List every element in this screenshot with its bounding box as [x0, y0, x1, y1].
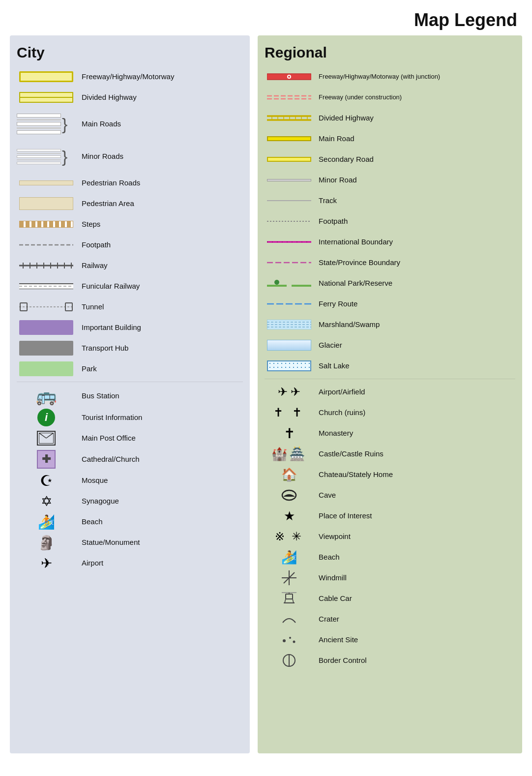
item-label: Place of Interest — [319, 511, 372, 521]
list-item: Secondary Road — [265, 150, 515, 168]
item-label: Airport/Airfield — [319, 387, 365, 397]
item-label: Divided Highway — [82, 92, 137, 102]
reg-secondary-icon — [267, 157, 311, 162]
list-item: 🏠 Chateau/Stately Home — [265, 466, 515, 483]
list-item: Minor Road — [265, 171, 515, 189]
item-label: Church (ruins) — [319, 408, 365, 418]
item-label: Main Roads — [82, 119, 121, 129]
list-item: State/Province Boundary — [265, 254, 515, 271]
item-label: Synagogue — [82, 496, 119, 506]
road-line — [17, 130, 61, 134]
item-label: Windmill — [319, 573, 347, 583]
reg-intl-boundary-icon — [267, 239, 311, 244]
list-item: Funicular Railway — [17, 277, 243, 295]
item-label: Pedestrian Roads — [82, 178, 140, 188]
steps-symbol — [17, 221, 76, 228]
item-label: Mosque — [82, 476, 108, 485]
main-roads-symbol: } — [17, 114, 76, 134]
reg-main-road-icon — [267, 136, 311, 141]
list-item: Ancient Site — [265, 631, 515, 649]
columns: City Freeway/Highway/Motorway Divided Hi… — [10, 35, 522, 753]
item-label: Important Building — [82, 323, 141, 332]
svg-line-55 — [285, 599, 286, 603]
funicular-symbol — [17, 283, 76, 290]
freeway-symbol — [17, 71, 76, 82]
item-label: Park — [82, 364, 97, 374]
svg-point-23 — [288, 76, 290, 78]
item-label: Glacier — [319, 340, 342, 350]
item-label: Airport — [82, 558, 103, 568]
beach-icon: 🏄 — [38, 514, 55, 530]
reg-divided-icon — [267, 115, 311, 121]
reg-ancient-icon — [279, 635, 299, 645]
item-label: Marshland/Swamp — [319, 320, 380, 329]
beach-symbol: 🏄 — [17, 514, 76, 530]
road-line — [17, 159, 61, 160]
reg-salt-lake-symbol — [265, 360, 314, 371]
list-item: Steps — [17, 215, 243, 233]
road-line — [17, 122, 61, 126]
list-item: Cable Car — [265, 590, 515, 607]
list-item: Pedestrian Roads — [17, 174, 243, 192]
reg-ancient-symbol — [265, 635, 314, 645]
svg-point-59 — [289, 637, 291, 639]
item-label: Bus Station — [82, 391, 119, 401]
list-item: 🚌 Bus Station — [17, 386, 243, 406]
svg-rect-41 — [292, 285, 311, 287]
reg-footpath-symbol — [265, 219, 314, 223]
item-label: Crater — [319, 614, 339, 624]
list-item: Transport Hub — [17, 339, 243, 357]
reg-place-symbol: ★ — [265, 508, 314, 524]
divided-hwy-symbol — [17, 92, 76, 103]
item-label: Divided Highway — [319, 113, 374, 123]
reg-castle-icon: 🏰🏯 — [271, 447, 307, 462]
reg-viewpoint-icon: ※ ✳ — [275, 530, 304, 543]
regional-column: Regional Freeway/Highway/Motorway (with … — [258, 35, 522, 753]
minor-roads-lines — [17, 149, 61, 164]
transport-hub-icon — [19, 341, 73, 356]
list-item: ✝ ✝ Church (ruins) — [265, 404, 515, 421]
reg-secondary-symbol — [265, 157, 314, 162]
list-item: ☪ Mosque — [17, 472, 243, 489]
reg-windmill-symbol — [265, 569, 314, 586]
divider — [265, 379, 515, 379]
list-item: 🗿 Statue/Monument — [17, 534, 243, 551]
item-label: Freeway/Highway/Motorway — [82, 72, 174, 82]
steps-icon — [19, 221, 73, 228]
road-line — [17, 153, 61, 154]
park-icon — [19, 361, 73, 376]
mosque-symbol: ☪ — [17, 472, 76, 489]
item-label: Transport Hub — [82, 343, 128, 353]
reg-salt-lake-icon — [267, 360, 311, 371]
reg-marshland-symbol — [265, 320, 314, 329]
item-label: Ferry Route — [319, 299, 357, 309]
reg-place-icon: ★ — [284, 508, 295, 524]
post-office-symbol — [17, 431, 76, 446]
bus-station-symbol: 🚌 — [17, 386, 76, 406]
item-label: Funicular Railway — [82, 281, 140, 291]
funicular-icon — [19, 283, 73, 290]
reg-crater-icon — [281, 614, 297, 625]
item-label: Main Post Office — [82, 433, 136, 443]
list-item: Divided Highway — [17, 89, 243, 106]
reg-castle-symbol: 🏰🏯 — [265, 447, 314, 462]
reg-ferry-symbol — [265, 302, 314, 306]
pedestrian-area-icon — [19, 197, 73, 210]
item-label: Chateau/Stately Home — [319, 470, 393, 479]
reg-border-icon — [282, 653, 296, 668]
item-label: Freeway/Highway/Motorway (with junction) — [319, 73, 440, 81]
cathedral-icon: ✚ — [37, 450, 56, 469]
reg-freeway-construction-icon — [267, 93, 311, 101]
reg-airport-symbol: ✈ ✈ — [265, 385, 314, 399]
item-label: Monastery — [319, 428, 353, 438]
list-item: Footpath — [265, 212, 515, 230]
reg-national-park-icon — [267, 278, 311, 288]
divider — [17, 382, 243, 382]
pedestrian-roads-icon — [19, 180, 73, 185]
bracket-symbol: } — [62, 116, 67, 132]
item-label: Ancient Site — [319, 635, 358, 645]
list-item: 🏄 Beach — [265, 548, 515, 566]
airport-icon: ✈ — [41, 555, 52, 571]
list-item: Pedestrian Area — [17, 195, 243, 212]
reg-marshland-icon — [267, 320, 311, 329]
